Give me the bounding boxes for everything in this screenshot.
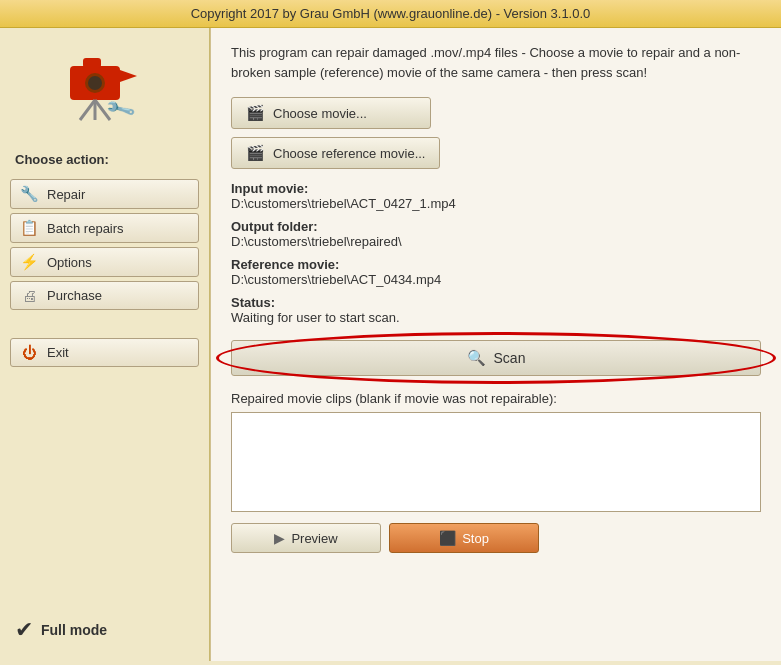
preview-button[interactable]: ▶ Preview (231, 523, 381, 553)
checkmark-icon: ✔ (15, 617, 33, 643)
choose-movie-row: 🎬 Choose movie... (231, 97, 761, 129)
purchase-icon: 🖨 (19, 287, 39, 304)
stop-label: Stop (462, 531, 489, 546)
reference-movie-value: D:\customers\triebel\ACT_0434.mp4 (231, 272, 761, 287)
batch-repairs-button[interactable]: 📋 Batch repairs (10, 213, 199, 243)
choose-movie-button[interactable]: 🎬 Choose movie... (231, 97, 431, 129)
logo-area: 🔧 (10, 38, 199, 143)
batch-repairs-label: Batch repairs (47, 221, 124, 236)
reference-movie-label: Reference movie: (231, 257, 761, 272)
logo-svg: 🔧 (65, 48, 145, 128)
exit-button[interactable]: ⏻ Exit (10, 338, 199, 367)
title-text: Copyright 2017 by Grau GmbH (www.grauonl… (191, 6, 591, 21)
bottom-buttons: ▶ Preview ⬛ Stop (231, 523, 761, 553)
scan-wrapper: 🔍 Scan (231, 340, 761, 376)
description-text: This program can repair damaged .mov/.mp… (231, 43, 761, 82)
options-button[interactable]: ⚡ Options (10, 247, 199, 277)
scan-label: Scan (494, 350, 526, 366)
choose-reference-row: 🎬 Choose reference movie... (231, 137, 761, 169)
options-label: Options (47, 255, 92, 270)
input-movie-label: Input movie: (231, 181, 761, 196)
choose-movie-label: Choose movie... (273, 106, 367, 121)
repaired-clips-textarea[interactable] (231, 412, 761, 512)
content-area: This program can repair damaged .mov/.mp… (210, 28, 781, 661)
full-mode-label: Full mode (41, 622, 107, 638)
repair-icon: 🔧 (19, 185, 39, 203)
main-layout: 🔧 Choose action: 🔧 Repair 📋 Batch repair… (0, 28, 781, 661)
sidebar: 🔧 Choose action: 🔧 Repair 📋 Batch repair… (0, 28, 210, 661)
scan-button[interactable]: 🔍 Scan (231, 340, 761, 376)
movie-icon: 🎬 (246, 104, 265, 122)
full-mode-area: ✔ Full mode (10, 609, 199, 651)
info-section: Input movie: D:\customers\triebel\ACT_04… (231, 181, 761, 325)
choose-reference-button[interactable]: 🎬 Choose reference movie... (231, 137, 440, 169)
scan-icon: 🔍 (467, 349, 486, 367)
options-icon: ⚡ (19, 253, 39, 271)
purchase-label: Purchase (47, 288, 102, 303)
output-folder-value: D:\customers\triebel\repaired\ (231, 234, 761, 249)
reference-movie-icon: 🎬 (246, 144, 265, 162)
svg-marker-4 (120, 70, 137, 82)
stop-button[interactable]: ⬛ Stop (389, 523, 539, 553)
repair-button[interactable]: 🔧 Repair (10, 179, 199, 209)
title-bar: Copyright 2017 by Grau GmbH (www.grauonl… (0, 0, 781, 28)
choose-action-label: Choose action: (15, 152, 199, 167)
scan-section: 🔍 Scan (231, 340, 761, 376)
repair-label: Repair (47, 187, 85, 202)
app-logo: 🔧 (65, 48, 145, 128)
input-movie-value: D:\customers\triebel\ACT_0427_1.mp4 (231, 196, 761, 211)
purchase-button[interactable]: 🖨 Purchase (10, 281, 199, 310)
status-label: Status: (231, 295, 761, 310)
stop-icon: ⬛ (439, 530, 456, 546)
repaired-clips-label: Repaired movie clips (blank if movie was… (231, 391, 761, 406)
output-folder-label: Output folder: (231, 219, 761, 234)
choose-reference-label: Choose reference movie... (273, 146, 425, 161)
exit-label: Exit (47, 345, 69, 360)
batch-icon: 📋 (19, 219, 39, 237)
exit-icon: ⏻ (19, 344, 39, 361)
preview-label: Preview (291, 531, 337, 546)
svg-point-3 (88, 76, 102, 90)
svg-rect-1 (83, 58, 101, 68)
status-value: Waiting for user to start scan. (231, 310, 761, 325)
svg-line-5 (80, 100, 95, 120)
preview-icon: ▶ (274, 530, 285, 546)
